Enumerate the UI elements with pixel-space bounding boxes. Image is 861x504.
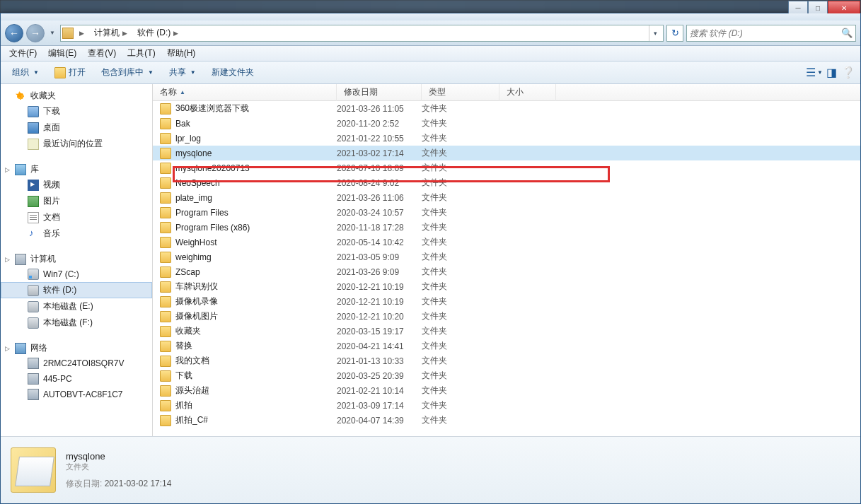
sidebar-item-network-pc[interactable]: AUTOBVT-AC8F1C7 — [1, 387, 152, 402]
sidebar-item-network-pc[interactable]: 445-PC — [1, 371, 152, 387]
sidebar-head-favorites[interactable]: 收藏夹 — [1, 88, 152, 103]
search-icon[interactable]: 🔍 — [841, 28, 853, 38]
breadcrumb-sep-root[interactable]: ▶ — [75, 28, 88, 38]
file-row[interactable]: 收藏夹2020-03-15 19:17文件夹 — [153, 324, 860, 339]
file-date: 2021-03-05 9:09 — [337, 252, 422, 262]
sidebar-item-drive[interactable]: Win7 (C:) — [1, 266, 152, 282]
new-folder-button[interactable]: 新建文件夹 — [206, 64, 260, 81]
view-options-button[interactable]: ☰▼ — [808, 66, 821, 79]
file-row[interactable]: weighimg2021-03-05 9:09文件夹 — [153, 250, 860, 264]
file-row[interactable]: 我的文档2021-01-13 10:33文件夹 — [153, 353, 860, 368]
file-rows[interactable]: 360极速浏览器下载2021-03-26 11:05文件夹Bak2020-11-… — [153, 101, 860, 436]
nav-history-dropdown[interactable]: ▼ — [47, 24, 57, 42]
file-row[interactable]: lpr_log2021-01-22 10:55文件夹 — [153, 131, 860, 146]
breadcrumb-computer[interactable]: 计算机▶ — [90, 25, 132, 40]
column-name[interactable]: 名称▲ — [153, 84, 337, 101]
file-type: 文件夹 — [422, 147, 499, 159]
folder-icon — [160, 266, 171, 278]
sidebar-item-favorite[interactable]: 下载 — [1, 103, 152, 119]
file-date: 2021-01-13 10:33 — [337, 356, 422, 366]
video-icon — [28, 180, 39, 191]
file-row[interactable]: 360极速浏览器下载2021-03-26 11:05文件夹 — [153, 101, 860, 116]
close-button[interactable]: ✕ — [828, 1, 860, 15]
folder-icon — [160, 296, 171, 307]
preview-pane-button[interactable]: ◨ — [825, 66, 838, 79]
details-type: 文件夹 — [66, 462, 171, 472]
address-bar[interactable]: ▶ 计算机▶ 软件 (D:)▶ ▾ — [60, 25, 664, 42]
file-name: 替换 — [175, 340, 192, 352]
file-type: 文件夹 — [422, 340, 499, 352]
file-row[interactable]: 源头治超2021-02-21 10:14文件夹 — [153, 383, 860, 398]
drive-icon — [28, 301, 39, 312]
file-date: 2021-03-09 17:14 — [337, 401, 422, 411]
sidebar-item-drive[interactable]: 本地磁盘 (F:) — [1, 315, 152, 331]
folder-icon — [160, 370, 171, 382]
menu-edit[interactable]: 编辑(E) — [42, 46, 82, 61]
sidebar-item-library[interactable]: 视频 — [1, 177, 152, 193]
file-row[interactable]: plate_img2021-03-26 11:06文件夹 — [153, 190, 860, 205]
expand-icon[interactable]: ▷ — [5, 166, 10, 173]
minimize-button[interactable]: ─ — [788, 1, 808, 15]
title-bar[interactable] — [1, 13, 860, 20]
file-date: 2021-03-26 11:05 — [337, 104, 422, 114]
file-row[interactable]: Bak2020-11-20 2:52文件夹 — [153, 116, 860, 131]
menu-tools[interactable]: 工具(T) — [122, 46, 161, 61]
breadcrumb-drive-d[interactable]: 软件 (D:)▶ — [133, 25, 183, 40]
file-row[interactable]: 抓拍_C#2020-04-07 14:39文件夹 — [153, 413, 860, 428]
navigation-sidebar[interactable]: 收藏夹 下载桌面最近访问的位置 ▷ 库 视频图片文档音乐 ▷ 计算机 Win7 — [1, 84, 153, 436]
expand-icon[interactable]: ▷ — [5, 256, 10, 263]
include-in-library-button[interactable]: 包含到库中▼ — [96, 64, 159, 81]
sidebar-head-computer[interactable]: ▷ 计算机 — [1, 252, 152, 266]
file-type: 文件夹 — [422, 221, 499, 233]
menu-file[interactable]: 文件(F) — [4, 46, 42, 61]
file-type: 文件夹 — [422, 162, 499, 174]
forward-button[interactable]: → — [26, 24, 45, 42]
share-button[interactable]: 共享▼ — [163, 64, 202, 81]
sidebar-head-libraries[interactable]: ▷ 库 — [1, 162, 152, 177]
column-size[interactable]: 大小 — [499, 84, 556, 101]
file-row[interactable]: mysqlone2021-03-02 17:14文件夹 — [153, 146, 860, 160]
file-row[interactable]: ZScap2021-03-26 9:09文件夹 — [153, 264, 860, 279]
menu-view[interactable]: 查看(V) — [82, 46, 122, 61]
star-icon — [15, 90, 26, 102]
back-button[interactable]: ← — [5, 24, 23, 42]
column-type[interactable]: 类型 — [422, 84, 499, 101]
file-row[interactable]: Program Files (x86)2020-11-18 17:28文件夹 — [153, 220, 860, 235]
search-input[interactable] — [690, 28, 841, 38]
file-row[interactable]: 车牌识别仪2020-12-21 10:19文件夹 — [153, 279, 860, 294]
file-row[interactable]: mysqlone202007132020-07-10 18:09文件夹 — [153, 160, 860, 175]
file-row[interactable]: 下载2020-03-25 20:39文件夹 — [153, 368, 860, 383]
sidebar-head-network[interactable]: ▷ 网络 — [1, 341, 152, 356]
organize-button[interactable]: 组织▼ — [6, 64, 45, 81]
menu-help[interactable]: 帮助(H) — [161, 46, 202, 61]
file-row[interactable]: Program Files2020-03-24 10:57文件夹 — [153, 205, 860, 220]
sidebar-item-library[interactable]: 音乐 — [1, 225, 152, 242]
sidebar-item-library[interactable]: 图片 — [1, 193, 152, 209]
refresh-button[interactable]: ↻ — [666, 25, 683, 42]
expand-icon[interactable]: ▷ — [5, 345, 10, 352]
open-button[interactable]: 打开 — [49, 64, 91, 81]
file-date: 2020-03-15 19:17 — [337, 327, 422, 336]
file-row[interactable]: NeoSpeech2020-08-24 9:02文件夹 — [153, 175, 860, 190]
file-row[interactable]: WeighHost2020-05-14 10:42文件夹 — [153, 235, 860, 250]
file-date: 2021-03-26 9:09 — [337, 267, 422, 277]
sidebar-item-drive[interactable]: 软件 (D:) — [1, 282, 152, 298]
help-button[interactable]: ❔ — [842, 66, 855, 79]
sidebar-item-drive[interactable]: 本地磁盘 (E:) — [1, 298, 152, 315]
address-dropdown[interactable]: ▾ — [649, 25, 661, 41]
file-name: plate_img — [175, 193, 212, 203]
sidebar-item-library[interactable]: 文档 — [1, 209, 152, 225]
sidebar-head-label: 计算机 — [30, 253, 56, 265]
sidebar-item-favorite[interactable]: 桌面 — [1, 119, 152, 136]
column-date[interactable]: 修改日期 — [337, 84, 422, 101]
file-row[interactable]: 替换2020-04-21 14:41文件夹 — [153, 339, 860, 353]
file-row[interactable]: 摄像机图片2020-12-21 10:20文件夹 — [153, 309, 860, 324]
folder-icon — [160, 207, 171, 218]
search-box[interactable]: 🔍 — [686, 25, 856, 42]
sidebar-item-favorite[interactable]: 最近访问的位置 — [1, 136, 152, 152]
file-row[interactable]: 摄像机录像2020-12-21 10:19文件夹 — [153, 294, 860, 309]
maximize-button[interactable]: □ — [808, 1, 828, 15]
file-row[interactable]: 抓拍2021-03-09 17:14文件夹 — [153, 398, 860, 413]
sidebar-item-network-pc[interactable]: 2RMC24TOI8SQR7V — [1, 356, 152, 371]
organize-label: 组织 — [12, 66, 29, 78]
